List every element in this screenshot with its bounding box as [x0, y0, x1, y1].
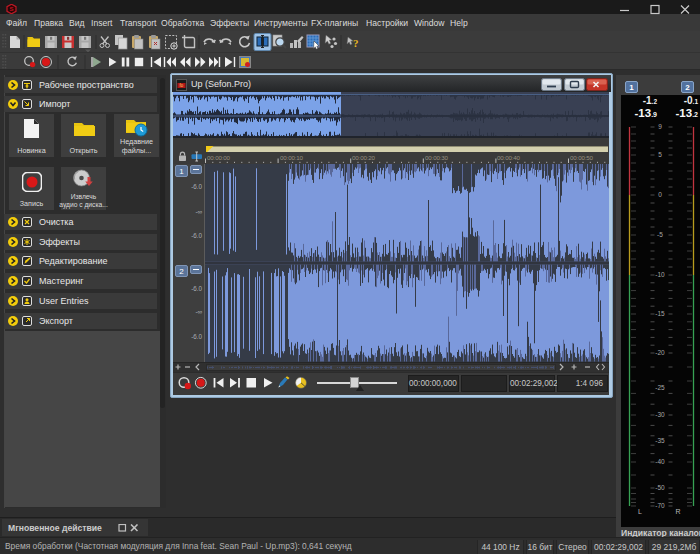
- svg-text:fo: fo: [180, 83, 184, 88]
- svg-text:S: S: [9, 6, 13, 12]
- svg-text:?: ?: [353, 37, 359, 49]
